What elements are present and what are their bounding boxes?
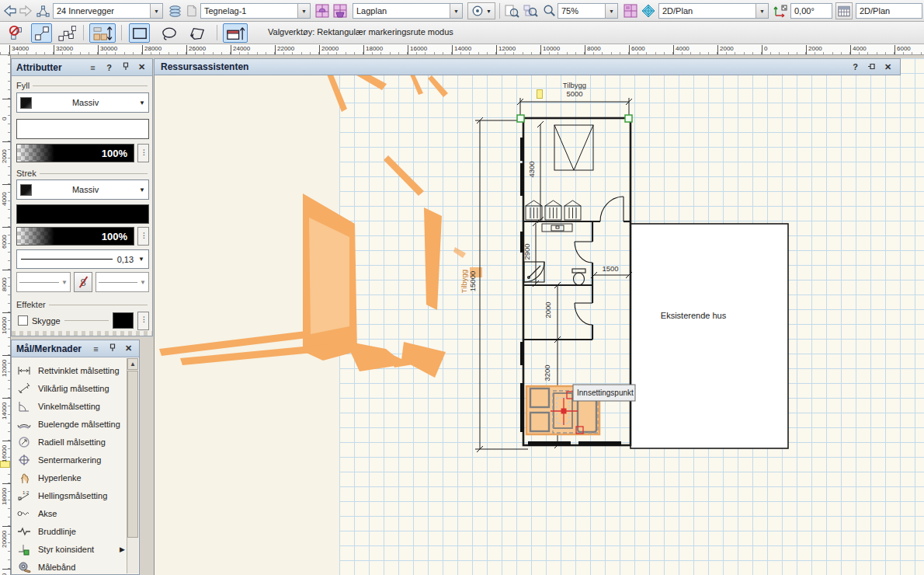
drawing-canvas[interactable] bbox=[339, 58, 924, 575]
close-icon[interactable]: ✕ bbox=[123, 343, 134, 354]
tool-item-bruddlinje[interactable]: Bruddlinje bbox=[13, 522, 128, 540]
layer-window-icon[interactable] bbox=[314, 2, 331, 19]
fill-color-box[interactable] bbox=[16, 119, 149, 139]
chevron-down-icon[interactable]: ▼ bbox=[139, 186, 145, 193]
scroll-up-icon[interactable]: ▲ bbox=[127, 358, 138, 370]
plan-view-combobox[interactable]: Lagplan ▼ bbox=[353, 3, 463, 19]
scrollbar-thumb[interactable] bbox=[127, 371, 138, 538]
horizontal-ruler[interactable]: 3400032000300002800026000240002200020000… bbox=[0, 44, 924, 55]
h-ruler-label: 20000 bbox=[319, 45, 339, 54]
tool-item-vilk-rlig-m-lsetting[interactable]: Vilkårlig målsetting bbox=[13, 379, 128, 397]
tool-item-akse[interactable]: Akse bbox=[13, 504, 128, 522]
wall-type-combobox[interactable]: 24 Innervegger ▼ bbox=[53, 3, 163, 19]
tool-item-styr-koinsident[interactable]: Styr koinsident▶ bbox=[13, 540, 128, 558]
tool-item-vinkelm-lsetting[interactable]: Vinkelmålsetting bbox=[13, 397, 128, 415]
shadow-checkbox[interactable] bbox=[18, 315, 28, 326]
tool-item-hyperlenke[interactable]: Hyperlenke bbox=[13, 469, 128, 486]
rectangle-select-tool-icon[interactable] bbox=[129, 23, 150, 43]
move-selection-tool-icon[interactable] bbox=[89, 23, 116, 43]
menu-icon[interactable]: ≡ bbox=[90, 344, 102, 354]
v-ruler-label: 2000 bbox=[1, 149, 8, 163]
polygon-select-tool-icon[interactable] bbox=[186, 23, 207, 43]
v-ruler-tick bbox=[2, 141, 11, 142]
layer-window-active-icon[interactable] bbox=[332, 2, 349, 19]
chevron-down-icon[interactable]: ▼ bbox=[756, 4, 768, 18]
insert-mode-tool-icon[interactable] bbox=[223, 23, 248, 43]
close-icon[interactable]: ✕ bbox=[882, 62, 894, 72]
display-mode-button[interactable]: ▼ bbox=[467, 2, 495, 19]
back-button[interactable] bbox=[2, 2, 19, 19]
view-window-icon[interactable] bbox=[622, 2, 639, 19]
tool-item-label: Radiell målsetting bbox=[38, 437, 106, 447]
chevron-down-icon[interactable]: ▼ bbox=[605, 4, 617, 18]
sheet-icon[interactable] bbox=[182, 2, 200, 19]
pin-icon[interactable] bbox=[106, 343, 118, 354]
view-name-input[interactable]: 2D/Plan bbox=[856, 3, 922, 19]
h-ruler-label: 12000 bbox=[496, 45, 516, 54]
fill-opacity-slider[interactable]: 100% bbox=[16, 144, 134, 162]
shadow-color-box[interactable] bbox=[113, 312, 134, 329]
menu-icon[interactable]: ≡ bbox=[87, 63, 99, 72]
shadow-options-button[interactable]: ⋯ bbox=[137, 312, 149, 330]
zoom-page-icon[interactable] bbox=[503, 2, 520, 19]
zoom-level-combobox[interactable]: 75% ▼ bbox=[558, 3, 618, 19]
hyperlink-icon bbox=[16, 472, 32, 484]
tool-item-radiell-m-lsetting[interactable]: Radiell målsetting bbox=[13, 433, 128, 451]
vertical-ruler[interactable]: 0200040006000800010000120001400016000180… bbox=[0, 55, 11, 575]
tool-item-sentermarkering[interactable]: Sentermarkering bbox=[13, 451, 128, 469]
zoom-icon[interactable] bbox=[540, 2, 558, 19]
canvas-margin-area[interactable] bbox=[154, 58, 339, 575]
help-icon[interactable]: ? bbox=[103, 63, 115, 72]
h-ruler-label: 32000 bbox=[54, 45, 73, 54]
stroke-style-combobox[interactable]: Massiv ▼ bbox=[16, 179, 149, 200]
chevron-down-icon[interactable]: ▼ bbox=[134, 256, 144, 263]
pin-icon[interactable] bbox=[866, 62, 877, 72]
plan-view-value: Lagplan bbox=[353, 6, 450, 16]
chevron-down-icon[interactable]: ▼ bbox=[139, 99, 145, 106]
select-tool-icon[interactable] bbox=[31, 23, 52, 43]
lasso-select-tool-icon[interactable] bbox=[158, 23, 179, 43]
line-start-style-combobox[interactable]: ▼ bbox=[16, 272, 71, 292]
chevron-down-icon[interactable]: ▼ bbox=[150, 4, 162, 18]
angle-input[interactable]: 0,00° bbox=[790, 3, 832, 19]
view-mode-combobox[interactable]: 2D/Plan ▼ bbox=[658, 3, 769, 19]
stroke-color-box[interactable] bbox=[16, 204, 149, 224]
line-end-style-combobox[interactable]: ▼ bbox=[96, 272, 149, 292]
chevron-down-icon[interactable]: ▼ bbox=[137, 279, 146, 286]
wall-network-icon[interactable] bbox=[34, 2, 51, 19]
stroke-opacity-options-button[interactable]: ⋯ bbox=[137, 227, 149, 246]
tool-item-hellingsm-lsetting[interactable]: 1:2Hellingsmålsetting bbox=[13, 486, 128, 504]
multi-select-tool-icon[interactable] bbox=[56, 23, 77, 43]
tool-item-buelengde-m-lsetting[interactable]: Buelengde målsetting bbox=[13, 415, 128, 433]
dimensions-panel-titlebar[interactable]: Mål/Merknader ≡ ✕ bbox=[12, 340, 139, 357]
chevron-down-icon[interactable]: ▼ bbox=[297, 4, 310, 18]
pin-icon[interactable] bbox=[120, 62, 131, 72]
layers-icon[interactable] bbox=[166, 2, 183, 19]
stroke-opacity-slider[interactable]: 100% bbox=[16, 227, 134, 246]
help-icon[interactable]: ? bbox=[849, 62, 861, 71]
line-width-combobox[interactable]: 0,13 ▼ bbox=[16, 249, 149, 269]
tool-item-rettvinklet-m-lsetting[interactable]: Rettvinklet målsetting bbox=[13, 361, 128, 379]
rotation-axis-icon[interactable] bbox=[772, 2, 789, 19]
deselect-tool-icon[interactable] bbox=[6, 23, 27, 43]
attributes-panel-titlebar[interactable]: Attributter ≡ ? ✕ bbox=[12, 59, 152, 76]
isometric-view-icon[interactable] bbox=[640, 2, 657, 19]
panel-resize-edge[interactable] bbox=[12, 331, 152, 336]
chevron-down-icon[interactable]: ▼ bbox=[450, 4, 462, 18]
layer-combobox[interactable]: Tegnelag-1 ▼ bbox=[200, 3, 311, 19]
fill-opacity-options-button[interactable]: ⋯ bbox=[137, 144, 149, 162]
link-styles-button[interactable]: 8 bbox=[74, 272, 92, 292]
chevron-down-icon[interactable]: ▼ bbox=[59, 279, 68, 286]
chevron-down-icon[interactable]: ▼ bbox=[486, 9, 492, 14]
grid-settings-button[interactable] bbox=[835, 2, 853, 19]
scrollbar[interactable]: ▲ bbox=[127, 358, 138, 573]
close-icon[interactable]: ✕ bbox=[136, 62, 148, 72]
fill-style-combobox[interactable]: Massiv ▼ bbox=[16, 92, 149, 113]
center-mark-icon bbox=[16, 454, 32, 466]
radial-dimension-icon bbox=[16, 436, 32, 448]
forward-button[interactable] bbox=[17, 2, 34, 19]
tool-item-m-leb-nd[interactable]: Målebånd bbox=[13, 558, 128, 575]
resource-assistant-titlebar[interactable]: Ressursassistenten ? ✕ bbox=[154, 58, 901, 75]
angle-dimension-icon bbox=[16, 400, 32, 413]
zoom-selection-icon[interactable] bbox=[522, 2, 539, 19]
